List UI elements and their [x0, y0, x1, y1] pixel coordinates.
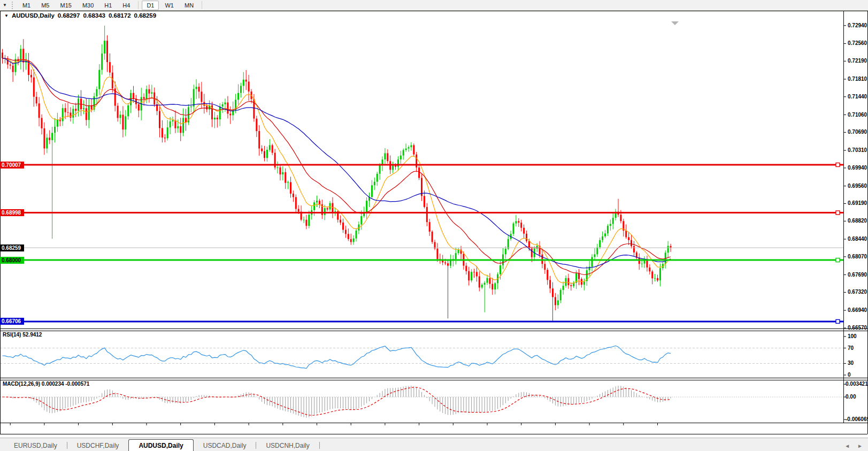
timeframe-button-M1[interactable]: M1: [18, 1, 35, 10]
price-badge-0.70007: 0.70007: [0, 162, 24, 169]
mt4-window: ▼ M1M5M15M30H1H4D1W1MN ▼ AUDUSD,Daily 0.…: [0, 0, 868, 451]
price-axis-label: 0.69560: [848, 183, 867, 189]
rsi-axis-label: 100: [848, 333, 857, 339]
chart-tab-bar: EURUSD,DailyUSDCHF,DailyAUDUSD,DailyUSDC…: [0, 438, 868, 451]
price-axis-label: 0.66570: [848, 325, 867, 331]
price-badge-0.68000: 0.68000: [0, 257, 24, 264]
timeframe-toolbar: ▼ M1M5M15M30H1H4D1W1MN: [0, 0, 868, 11]
price-axis-label: 0.72190: [848, 58, 867, 64]
price-axis-label: 0.68820: [848, 218, 867, 224]
rsi-axis-label: 30: [848, 360, 854, 366]
timeframe-button-D1[interactable]: D1: [142, 1, 159, 10]
tab-audusd[interactable]: AUDUSD,Daily: [128, 439, 193, 451]
timeframe-button-H1[interactable]: H1: [99, 1, 117, 10]
tab-scroll-arrows: ◄ ►: [844, 443, 863, 449]
price-axis-label: 0.69940: [848, 165, 867, 171]
timeframe-button-H4[interactable]: H4: [118, 1, 135, 10]
tab-scroll-left-icon[interactable]: ◄: [844, 443, 850, 449]
timeframe-button-M15[interactable]: M15: [55, 1, 76, 10]
price-axis-label: 0.72560: [848, 40, 867, 46]
price-axis-label: 0.67690: [848, 272, 867, 278]
toolbar-separator: [138, 1, 139, 9]
price-axis-label: 0.70690: [848, 129, 867, 135]
timeframe-button-M30[interactable]: M30: [78, 1, 98, 10]
macd-indicator-label: MACD(12,26,9) 0.000234 -0.000571: [3, 381, 89, 387]
rsi-indicator-label: RSI(14) 52.9412: [3, 332, 42, 338]
tab-eurusd[interactable]: EURUSD,Daily: [4, 440, 67, 451]
timeframe-button-MN[interactable]: MN: [180, 1, 198, 10]
bid-price-badge: 0.68259: [0, 244, 24, 251]
price-axis-label: 0.68070: [848, 254, 867, 259]
price-badge-0.68998: 0.68998: [0, 209, 24, 216]
axis-labels-layer: RSI(14) 52.9412 MACD(12,26,9) 0.000234 -…: [0, 0, 868, 451]
price-axis-label: 0.70310: [848, 147, 867, 153]
price-axis-label: 0.71440: [848, 94, 867, 100]
price-axis-label: 0.68440: [848, 236, 867, 242]
price-badge-0.66706: 0.66706: [0, 318, 24, 325]
timeframe-buttons: M1M5M15M30H1H4D1W1MN: [17, 1, 205, 10]
price-axis-label: 0.67320: [848, 289, 867, 295]
symbol-title: AUDUSD,Daily: [12, 12, 55, 19]
ohlc-low: 0.68172: [109, 12, 131, 19]
price-axis-label: 0.72940: [848, 22, 867, 28]
price-axis-label: 0.71810: [848, 76, 867, 82]
tab-usdcnh[interactable]: USDCNH,Daily: [256, 440, 319, 451]
ohlc-close: 0.68259: [134, 12, 157, 19]
toolbar-separator: [202, 1, 202, 9]
price-axis-label: 0.66940: [848, 307, 867, 313]
chart-dropdown-icon[interactable]: ▼: [1, 13, 12, 18]
ohlc-open: 0.68297: [58, 12, 80, 19]
price-axis-label: 0.71060: [848, 112, 867, 118]
tab-usdchf[interactable]: USDCHF,Daily: [67, 440, 129, 451]
chart-title-bar: ▼ AUDUSD,Daily 0.68297 0.68343 0.68172 0…: [1, 11, 843, 20]
tab-usdcad[interactable]: USDCAD,Daily: [194, 440, 256, 451]
tab-scroll-right-icon[interactable]: ►: [857, 443, 863, 449]
macd-axis-label: -0.006069: [846, 416, 868, 422]
tab-separator: [319, 442, 320, 449]
price-axis-label: 0.69190: [848, 200, 867, 206]
rsi-axis-label: 70: [848, 345, 854, 351]
toolbar-dropdown-icon[interactable]: ▼: [0, 3, 10, 7]
rsi-axis-label: 0: [848, 372, 851, 378]
timeframe-button-M5[interactable]: M5: [36, 1, 54, 10]
ohlc-high: 0.68343: [83, 12, 105, 19]
timeframe-button-W1[interactable]: W1: [160, 1, 179, 10]
macd-axis-label: 0.00: [846, 394, 856, 400]
toolbar-grip-handle[interactable]: [12, 2, 15, 9]
macd-axis-label: 0.003421: [846, 381, 868, 387]
chart-tabs: EURUSD,DailyUSDCHF,DailyAUDUSD,DailyUSDC…: [4, 439, 320, 451]
